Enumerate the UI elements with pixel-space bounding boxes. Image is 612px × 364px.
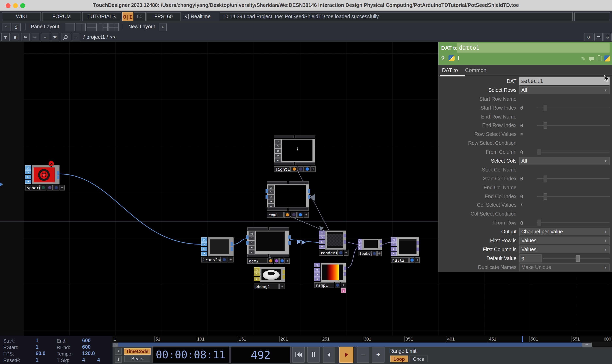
- param-label[interactable]: DAT: [438, 78, 519, 84]
- param-label[interactable]: Start Col Index: [438, 176, 519, 182]
- number-value[interactable]: 0: [519, 254, 542, 262]
- slider-handle[interactable]: [544, 193, 547, 200]
- end-value[interactable]: 600: [82, 338, 91, 343]
- color-dot[interactable]: [409, 257, 414, 263]
- node-label[interactable]: transform1: [201, 257, 221, 262]
- search-icon[interactable]: [62, 33, 70, 41]
- slider-handle[interactable]: [544, 122, 547, 129]
- node-light1[interactable]: ◎ϟ✕➤● light1 ✦: [274, 135, 315, 170]
- node-label[interactable]: phong1: [254, 284, 279, 289]
- geo2-input-connector-2[interactable]: [246, 241, 248, 245]
- comment-star-icon[interactable]: ✦: [415, 257, 420, 263]
- node-label[interactable]: light1: [274, 166, 291, 172]
- color-dot[interactable]: [298, 166, 304, 172]
- transform1-output-connector[interactable]: [231, 242, 233, 246]
- help-icon[interactable]: ?: [441, 55, 445, 62]
- phong1-body[interactable]: [260, 267, 285, 282]
- color-dot[interactable]: [221, 257, 228, 262]
- param-label[interactable]: First Row is: [438, 238, 519, 244]
- geo2-output-connector-2[interactable]: [288, 241, 291, 245]
- collapse-pane-icon[interactable]: ⇩: [603, 33, 612, 41]
- beats-mode-button[interactable]: Beats: [124, 355, 150, 362]
- node-ramp1[interactable]: ◎ϟ➤● ramp1 ✦ ↓: [314, 263, 346, 289]
- param-label[interactable]: End Col Name: [438, 185, 519, 190]
- transform1-output-connector-2[interactable]: [231, 247, 233, 251]
- comment-star-icon[interactable]: ✦: [341, 282, 346, 288]
- slider-track[interactable]: [537, 107, 610, 108]
- info-icon[interactable]: i: [458, 55, 459, 62]
- realtime-checkbox[interactable]: ✕: [183, 14, 189, 19]
- param-label[interactable]: Row Select Condition: [438, 140, 519, 146]
- step-back-button[interactable]: [323, 347, 335, 363]
- tsig-value-2[interactable]: 4: [97, 357, 100, 363]
- tab-common[interactable]: Common: [465, 67, 487, 73]
- fps-value[interactable]: 60.0: [36, 351, 45, 356]
- scrollbar-range[interactable]: [118, 343, 582, 347]
- color-dot[interactable]: [291, 212, 297, 218]
- param-label[interactable]: End Row Index: [438, 123, 519, 129]
- color-dot[interactable]: [338, 250, 343, 256]
- stop-button[interactable]: ■: [11, 33, 19, 41]
- render1-output-connector[interactable]: [344, 234, 346, 237]
- param-label[interactable]: Col Select Values: [438, 202, 519, 208]
- operator-name-field[interactable]: datto1: [457, 43, 610, 52]
- node-geo2[interactable]: ◎ϟ✕➤● geo2 ✦: [247, 227, 289, 261]
- bookmark-star-icon[interactable]: ★: [51, 33, 59, 41]
- slider-handle[interactable]: [538, 149, 541, 155]
- color-dot[interactable]: [268, 258, 273, 264]
- ramp1-body[interactable]: [321, 263, 346, 282]
- tsig-value-1[interactable]: 4: [82, 357, 85, 363]
- render1-output-connector-2[interactable]: [344, 240, 346, 244]
- pane-type-dropdown[interactable]: ▼: [1, 33, 10, 41]
- null2-output-connector[interactable]: [417, 241, 419, 245]
- node-phong1[interactable]: ◎ϟ● phong1 ✦: [254, 267, 285, 289]
- node-lookup1[interactable]: ◎ ϟ ➤ ● lookup1 ✦: [358, 239, 382, 255]
- cam1-output-connector[interactable]: [308, 189, 310, 193]
- timecode-mode-button[interactable]: TimeCode: [124, 348, 150, 355]
- ramp1-output-connector-2[interactable]: [344, 272, 346, 276]
- color-dot[interactable]: [274, 258, 279, 264]
- comment-star-icon[interactable]: ✦: [377, 251, 382, 256]
- color-dot[interactable]: [40, 185, 46, 191]
- slider-handle[interactable]: [544, 175, 547, 182]
- comment-star-icon[interactable]: ✦: [59, 185, 65, 191]
- param-label[interactable]: From Column: [438, 149, 519, 155]
- cam1-output-connector-2[interactable]: [308, 195, 310, 199]
- cam1-body[interactable]: ◎ϟ✕➤●: [267, 184, 309, 208]
- param-label[interactable]: From Row: [438, 220, 519, 226]
- render-flag-icon[interactable]: ϟ: [25, 170, 31, 174]
- ramp1-output-connector[interactable]: [344, 267, 346, 270]
- node-render1[interactable]: ◎ϟ➤● render1 ✦: [319, 231, 348, 255]
- layout-single-button[interactable]: [65, 23, 75, 31]
- color-dot[interactable]: [279, 258, 285, 264]
- maximize-pane-icon[interactable]: ▭: [594, 33, 603, 41]
- param-label[interactable]: Duplicate Names: [438, 264, 519, 270]
- color-dot[interactable]: [297, 212, 303, 218]
- slider-track[interactable]: [537, 222, 610, 223]
- color-dot[interactable]: [53, 185, 59, 191]
- cam1-input-connector[interactable]: [266, 189, 268, 193]
- dropdown-menu[interactable]: Values▼: [519, 237, 610, 245]
- slash-mode-button[interactable]: /: [115, 348, 122, 355]
- dropdown-menu[interactable]: All▼: [519, 86, 610, 94]
- fps-indicator[interactable]: FPS: 60: [147, 12, 180, 21]
- home-icon[interactable]: ⌂: [72, 33, 80, 41]
- dat-reference-field[interactable]: select1: [519, 77, 610, 85]
- integer-mode-button[interactable]: I: [115, 356, 122, 363]
- param-label[interactable]: Row Select Values: [438, 132, 519, 137]
- param-label[interactable]: Col Select Condition: [438, 211, 519, 217]
- number-value[interactable]: 0: [519, 220, 537, 226]
- layout-split-vertical-button[interactable]: [76, 23, 86, 31]
- resetf-value[interactable]: 1: [36, 357, 39, 363]
- slider-track[interactable]: [537, 152, 610, 153]
- param-label[interactable]: Start Row Name: [438, 96, 519, 102]
- color-dot[interactable]: [291, 166, 297, 172]
- comment-star-icon[interactable]: ✦: [279, 284, 285, 289]
- param-label[interactable]: Output: [438, 229, 519, 234]
- layout-quad-button[interactable]: [109, 23, 119, 31]
- timeline-ruler[interactable]: 151101151201251301351401451501551600: [112, 336, 612, 342]
- viewer-flag-icon[interactable]: ◎: [25, 165, 31, 170]
- null2-body[interactable]: [397, 237, 419, 256]
- forum-button[interactable]: FORUM: [42, 12, 81, 21]
- frame-decrement-button[interactable]: –: [357, 347, 369, 363]
